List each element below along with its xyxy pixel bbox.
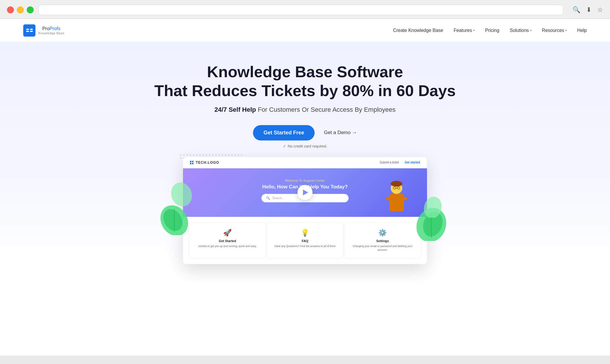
browser-titlebar: 🔍 ⬇ ☆ bbox=[7, 5, 603, 15]
svg-point-3 bbox=[168, 180, 195, 206]
get-started-button[interactable]: Get Started Free bbox=[253, 125, 315, 140]
person-illustration bbox=[383, 181, 410, 217]
mockup-logo: TECH.LOGO bbox=[190, 161, 219, 165]
play-button[interactable] bbox=[297, 185, 313, 200]
mockup-nav-links: Submit a ticket Get started bbox=[380, 161, 420, 164]
mockup-logo-sq-1 bbox=[190, 161, 191, 162]
mockup-card-title-2: Settings bbox=[349, 239, 416, 243]
svg-rect-12 bbox=[389, 194, 404, 211]
navbar: ProProfs Knowledge Base Create Knowledge… bbox=[0, 19, 610, 42]
resources-chevron-icon: ▾ bbox=[565, 29, 567, 32]
get-demo-link[interactable]: Get a Demo → bbox=[324, 130, 357, 136]
nav-item-pricing[interactable]: Pricing bbox=[485, 28, 499, 33]
mockup-nav-submit: Submit a ticket bbox=[380, 161, 399, 164]
address-bar[interactable] bbox=[38, 5, 563, 15]
logo-subtitle: Knowledge Base bbox=[38, 31, 64, 35]
bulb-icon: 💡 bbox=[271, 229, 339, 237]
hero-title: Knowledge Base Software That Reduces Tic… bbox=[12, 62, 598, 100]
hero-section: Knowledge Base Software That Reduces Tic… bbox=[0, 42, 610, 264]
mockup-hero-subtitle: Welcome To Support Center bbox=[285, 179, 325, 182]
mockup-logo-sq-4 bbox=[192, 163, 193, 164]
maximize-button[interactable] bbox=[27, 6, 34, 13]
no-cc-text: ✓ No credit card required. bbox=[12, 144, 598, 148]
rocket-icon: 🚀 bbox=[194, 229, 261, 237]
nav-item-resources[interactable]: Resources ▾ bbox=[542, 28, 567, 33]
svg-rect-13 bbox=[386, 197, 393, 200]
nav-item-solutions[interactable]: Solutions ▾ bbox=[510, 28, 532, 33]
browser-chrome: 🔍 ⬇ ☆ bbox=[0, 0, 610, 19]
features-chevron-icon: ▾ bbox=[473, 29, 475, 32]
svg-point-7 bbox=[421, 194, 444, 217]
check-icon: ✓ bbox=[283, 144, 286, 148]
cta-row: Get Started Free Get a Demo → bbox=[12, 125, 598, 140]
browser-mockup: TECH.LOGO Submit a ticket Get started We… bbox=[183, 157, 427, 264]
nav-item-features[interactable]: Features ▾ bbox=[454, 28, 475, 33]
nav-links: Create Knowledge Base Features ▾ Pricing… bbox=[393, 28, 587, 33]
solutions-chevron-icon: ▾ bbox=[530, 29, 532, 32]
svg-point-15 bbox=[391, 181, 402, 187]
nav-item-create[interactable]: Create Knowledge Base bbox=[393, 28, 443, 33]
mockup-card-title-0: Get Started bbox=[194, 239, 261, 243]
logo-line-4 bbox=[30, 31, 33, 32]
webpage: ProProfs Knowledge Base Create Knowledge… bbox=[0, 19, 610, 356]
demo-preview: TECH.LOGO Submit a ticket Get started We… bbox=[174, 157, 436, 264]
traffic-lights bbox=[7, 6, 34, 13]
browser-actions: 🔍 ⬇ ☆ bbox=[573, 6, 603, 14]
hero-subtitle: 24/7 Self Help For Customers Or Secure A… bbox=[12, 106, 598, 113]
mockup-cards-section: 🚀 Get Started Articles to get you up and… bbox=[183, 217, 427, 264]
mockup-card-text-1: Have any Questions? Find the answers to … bbox=[271, 244, 339, 248]
gear-icon: ⚙️ bbox=[349, 229, 416, 237]
search-icon[interactable]: 🔍 bbox=[573, 6, 580, 14]
mockup-nav-getstarted: Get started bbox=[405, 161, 420, 164]
logo-lines bbox=[24, 27, 35, 34]
logo-pro: Pro bbox=[42, 26, 50, 31]
mockup-search-icon: 🔍 bbox=[266, 196, 270, 200]
close-button[interactable] bbox=[7, 6, 14, 13]
logo: ProProfs Knowledge Base bbox=[23, 24, 64, 37]
mockup-card-text-2: Changing your email or password and dele… bbox=[349, 244, 416, 252]
mockup-logo-icon bbox=[190, 161, 193, 164]
mockup-logo-sq-3 bbox=[190, 163, 191, 164]
mockup-hero-banner: Welcome To Support Center Hello, How Can… bbox=[183, 168, 427, 217]
logo-icon bbox=[23, 24, 35, 37]
nav-item-help[interactable]: Help bbox=[577, 28, 587, 33]
mockup-logo-text: TECH.LOGO bbox=[196, 161, 219, 165]
leaf-left2-decoration bbox=[168, 180, 195, 206]
mockup-card-settings: ⚙️ Settings Changing your email or passw… bbox=[344, 223, 421, 258]
svg-rect-14 bbox=[400, 197, 407, 200]
logo-line-3 bbox=[26, 31, 29, 32]
minimize-button[interactable] bbox=[17, 6, 24, 13]
download-icon[interactable]: ⬇ bbox=[586, 6, 591, 14]
mockup-card-title-1: FAQ bbox=[271, 239, 339, 243]
mockup-card-getstarted: 🚀 Get Started Articles to get you up and… bbox=[189, 223, 266, 258]
mockup-navbar: TECH.LOGO Submit a ticket Get started bbox=[183, 157, 427, 168]
bookmark-icon[interactable]: ☆ bbox=[597, 6, 603, 14]
leaf-right2-decoration bbox=[421, 194, 444, 218]
mockup-card-faq: 💡 FAQ Have any Questions? Find the answe… bbox=[266, 223, 344, 258]
mockup-card-text-0: Articles to get you up and running, quic… bbox=[194, 244, 261, 248]
logo-profs: Profs bbox=[50, 26, 60, 31]
logo-text-box: ProProfs Knowledge Base bbox=[38, 26, 64, 35]
mockup-search-placeholder: Search... bbox=[272, 197, 284, 200]
mockup-logo-sq-2 bbox=[192, 161, 193, 162]
logo-text: ProProfs bbox=[42, 26, 60, 31]
logo-line-1 bbox=[26, 29, 29, 30]
logo-line-2 bbox=[30, 29, 33, 30]
play-triangle-icon bbox=[303, 190, 308, 195]
